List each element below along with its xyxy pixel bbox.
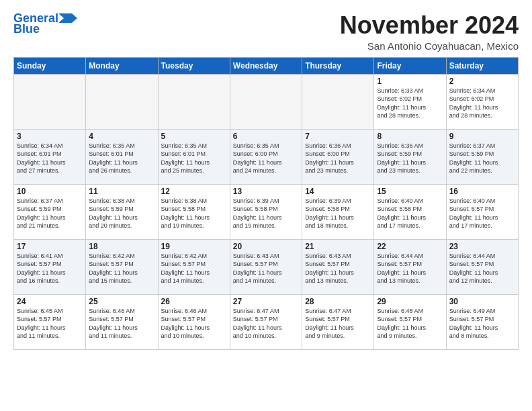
table-row: 5Sunrise: 6:35 AM Sunset: 6:01 PM Daylig… [158, 129, 230, 184]
table-row: 22Sunrise: 6:44 AM Sunset: 5:57 PM Dayli… [374, 239, 446, 294]
table-row: 7Sunrise: 6:36 AM Sunset: 6:00 PM Daylig… [302, 129, 374, 184]
day-number: 27 [233, 297, 299, 306]
calendar-week-row: 1Sunrise: 6:33 AM Sunset: 6:02 PM Daylig… [14, 74, 519, 129]
table-row: 17Sunrise: 6:41 AM Sunset: 5:57 PM Dayli… [14, 239, 86, 294]
day-number: 17 [17, 242, 83, 251]
day-info: Sunrise: 6:44 AM Sunset: 5:57 PM Dayligh… [449, 252, 515, 285]
calendar-week-row: 17Sunrise: 6:41 AM Sunset: 5:57 PM Dayli… [14, 239, 519, 294]
header-sunday: Sunday [14, 57, 86, 74]
day-number: 21 [305, 242, 371, 251]
day-info: Sunrise: 6:34 AM Sunset: 6:01 PM Dayligh… [17, 142, 83, 175]
table-row: 28Sunrise: 6:47 AM Sunset: 5:57 PM Dayli… [302, 294, 374, 349]
day-info: Sunrise: 6:49 AM Sunset: 5:57 PM Dayligh… [449, 307, 515, 340]
month-title: November 2024 [340, 12, 519, 39]
day-info: Sunrise: 6:44 AM Sunset: 5:57 PM Dayligh… [377, 252, 443, 285]
day-info: Sunrise: 6:38 AM Sunset: 5:59 PM Dayligh… [89, 197, 154, 230]
day-number: 20 [233, 242, 299, 251]
logo: General Blue [13, 12, 77, 36]
table-row: 3Sunrise: 6:34 AM Sunset: 6:01 PM Daylig… [14, 129, 86, 184]
day-number: 16 [449, 187, 515, 196]
day-info: Sunrise: 6:40 AM Sunset: 5:57 PM Dayligh… [449, 197, 515, 230]
page: General Blue November 2024 San Antonio C… [0, 0, 532, 357]
table-row: 18Sunrise: 6:42 AM Sunset: 5:57 PM Dayli… [86, 239, 158, 294]
day-info: Sunrise: 6:39 AM Sunset: 5:58 PM Dayligh… [233, 197, 299, 230]
day-number: 26 [161, 297, 227, 306]
table-row [302, 74, 374, 129]
day-info: Sunrise: 6:47 AM Sunset: 5:57 PM Dayligh… [233, 307, 299, 340]
table-row: 1Sunrise: 6:33 AM Sunset: 6:02 PM Daylig… [374, 74, 446, 129]
day-number: 22 [377, 242, 443, 251]
day-number: 10 [17, 187, 83, 196]
day-info: Sunrise: 6:47 AM Sunset: 5:57 PM Dayligh… [305, 307, 371, 340]
day-number: 6 [233, 132, 299, 141]
day-info: Sunrise: 6:42 AM Sunset: 5:57 PM Dayligh… [89, 252, 154, 285]
day-number: 15 [377, 187, 443, 196]
day-info: Sunrise: 6:35 AM Sunset: 6:00 PM Dayligh… [233, 142, 299, 175]
table-row: 8Sunrise: 6:36 AM Sunset: 5:59 PM Daylig… [374, 129, 446, 184]
table-row: 24Sunrise: 6:45 AM Sunset: 5:57 PM Dayli… [14, 294, 86, 349]
day-number: 23 [449, 242, 515, 251]
table-row: 21Sunrise: 6:43 AM Sunset: 5:57 PM Dayli… [302, 239, 374, 294]
day-number: 1 [377, 77, 443, 86]
logo-blue-text: Blue [13, 22, 40, 36]
calendar-week-row: 24Sunrise: 6:45 AM Sunset: 5:57 PM Dayli… [14, 294, 519, 349]
day-info: Sunrise: 6:33 AM Sunset: 6:02 PM Dayligh… [377, 87, 443, 120]
title-block: November 2024 San Antonio Coyahuacan, Me… [340, 12, 519, 52]
svg-marker-0 [58, 13, 77, 23]
day-number: 18 [89, 242, 154, 251]
day-info: Sunrise: 6:42 AM Sunset: 5:57 PM Dayligh… [161, 252, 227, 285]
day-number: 28 [305, 297, 371, 306]
day-number: 4 [89, 132, 154, 141]
table-row: 20Sunrise: 6:43 AM Sunset: 5:57 PM Dayli… [230, 239, 302, 294]
table-row: 19Sunrise: 6:42 AM Sunset: 5:57 PM Dayli… [158, 239, 230, 294]
table-row [158, 74, 230, 129]
table-row: 25Sunrise: 6:46 AM Sunset: 5:57 PM Dayli… [86, 294, 158, 349]
day-info: Sunrise: 6:34 AM Sunset: 6:02 PM Dayligh… [449, 87, 515, 120]
day-number: 12 [161, 187, 227, 196]
day-info: Sunrise: 6:45 AM Sunset: 5:57 PM Dayligh… [17, 307, 83, 340]
table-row [14, 74, 86, 129]
day-number: 9 [449, 132, 515, 141]
table-row: 23Sunrise: 6:44 AM Sunset: 5:57 PM Dayli… [446, 239, 518, 294]
day-number: 3 [17, 132, 83, 141]
day-info: Sunrise: 6:46 AM Sunset: 5:57 PM Dayligh… [161, 307, 227, 340]
table-row: 12Sunrise: 6:38 AM Sunset: 5:58 PM Dayli… [158, 184, 230, 239]
table-row: 2Sunrise: 6:34 AM Sunset: 6:02 PM Daylig… [446, 74, 518, 129]
table-row: 11Sunrise: 6:38 AM Sunset: 5:59 PM Dayli… [86, 184, 158, 239]
day-info: Sunrise: 6:38 AM Sunset: 5:58 PM Dayligh… [161, 197, 227, 230]
day-number: 11 [89, 187, 154, 196]
day-number: 7 [305, 132, 371, 141]
calendar: Sunday Monday Tuesday Wednesday Thursday… [13, 57, 519, 350]
logo-blue: Blue [13, 23, 40, 36]
day-number: 5 [161, 132, 227, 141]
calendar-week-row: 3Sunrise: 6:34 AM Sunset: 6:01 PM Daylig… [14, 129, 519, 184]
day-info: Sunrise: 6:37 AM Sunset: 5:59 PM Dayligh… [449, 142, 515, 175]
table-row: 9Sunrise: 6:37 AM Sunset: 5:59 PM Daylig… [446, 129, 518, 184]
day-info: Sunrise: 6:37 AM Sunset: 5:59 PM Dayligh… [17, 197, 83, 230]
table-row: 29Sunrise: 6:48 AM Sunset: 5:57 PM Dayli… [374, 294, 446, 349]
day-info: Sunrise: 6:39 AM Sunset: 5:58 PM Dayligh… [305, 197, 371, 230]
calendar-week-row: 10Sunrise: 6:37 AM Sunset: 5:59 PM Dayli… [14, 184, 519, 239]
day-info: Sunrise: 6:43 AM Sunset: 5:57 PM Dayligh… [305, 252, 371, 285]
day-number: 8 [377, 132, 443, 141]
day-number: 24 [17, 297, 83, 306]
day-info: Sunrise: 6:35 AM Sunset: 6:01 PM Dayligh… [161, 142, 227, 175]
header-tuesday: Tuesday [158, 57, 230, 74]
header-friday: Friday [374, 57, 446, 74]
logo-icon [58, 13, 77, 23]
day-number: 25 [89, 297, 154, 306]
table-row: 6Sunrise: 6:35 AM Sunset: 6:00 PM Daylig… [230, 129, 302, 184]
location: San Antonio Coyahuacan, Mexico [340, 40, 519, 52]
header-saturday: Saturday [446, 57, 518, 74]
day-number: 14 [305, 187, 371, 196]
table-row [86, 74, 158, 129]
header-monday: Monday [86, 57, 158, 74]
header-thursday: Thursday [302, 57, 374, 74]
day-info: Sunrise: 6:46 AM Sunset: 5:57 PM Dayligh… [89, 307, 154, 340]
table-row: 27Sunrise: 6:47 AM Sunset: 5:57 PM Dayli… [230, 294, 302, 349]
table-row: 14Sunrise: 6:39 AM Sunset: 5:58 PM Dayli… [302, 184, 374, 239]
table-row: 30Sunrise: 6:49 AM Sunset: 5:57 PM Dayli… [446, 294, 518, 349]
day-info: Sunrise: 6:35 AM Sunset: 6:01 PM Dayligh… [89, 142, 154, 175]
day-number: 19 [161, 242, 227, 251]
table-row: 16Sunrise: 6:40 AM Sunset: 5:57 PM Dayli… [446, 184, 518, 239]
